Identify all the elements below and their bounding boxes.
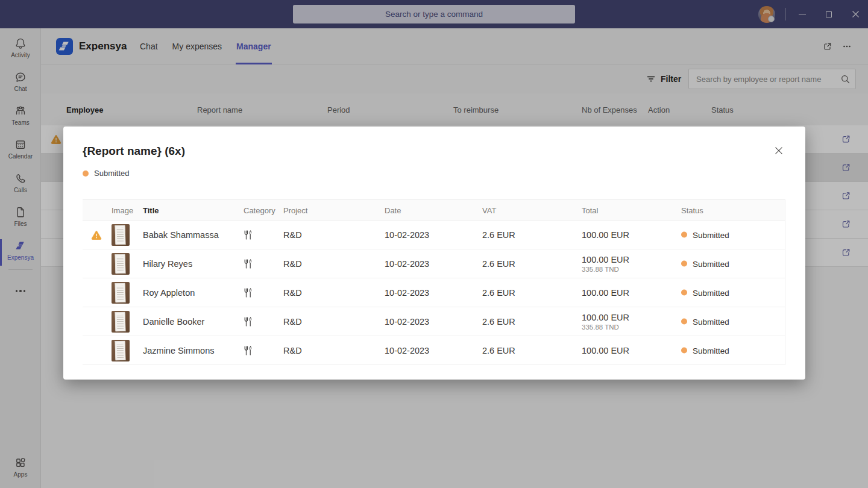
status-dot <box>681 290 687 296</box>
expense-project: R&D <box>283 317 302 327</box>
status-dot <box>681 348 687 354</box>
warning-icon <box>91 230 102 240</box>
expense-status: Submitted <box>681 230 729 239</box>
expense-date: 10-02-2023 <box>385 317 429 327</box>
expense-total-secondary: 335.88 TND <box>582 264 629 273</box>
expense-vat: 2.6 EUR <box>482 317 515 327</box>
receipt-thumbnail[interactable] <box>112 282 130 304</box>
modal-title: {Report name} (6x) <box>83 145 185 158</box>
expense-date: 10-02-2023 <box>385 230 429 240</box>
expense-vat: 2.6 EUR <box>482 259 515 269</box>
expense-table: Image Title Category Project Date VAT To… <box>83 199 785 365</box>
column-project: Project <box>283 205 307 214</box>
expense-row[interactable]: Babak Shammassa R&D 10-02-2023 2.6 EUR 1… <box>83 221 785 249</box>
teams-window: Activity Chat Teams Calendar Calls <box>0 0 868 488</box>
column-total: Total <box>582 205 598 214</box>
expense-project: R&D <box>283 230 302 240</box>
expense-vat: 2.6 EUR <box>482 346 515 355</box>
restaurant-icon <box>244 316 253 327</box>
expense-total: 100.00 EUR <box>582 345 629 355</box>
expense-row[interactable]: Danielle Booker R&D 10-02-2023 2.6 EUR 1… <box>83 307 785 336</box>
expense-total: 100.00 EUR <box>582 312 629 322</box>
expense-project: R&D <box>283 259 302 269</box>
status-dot <box>681 261 687 267</box>
modal-close-button[interactable] <box>770 142 788 160</box>
expense-total: 100.00 EUR <box>582 230 629 240</box>
column-vat: VAT <box>482 205 496 214</box>
expense-title: Roy Appleton <box>143 288 195 298</box>
column-category: Category <box>244 205 275 214</box>
status-dot <box>681 319 687 325</box>
expense-title: Hilary Reyes <box>143 259 192 269</box>
column-status: Status <box>681 205 703 214</box>
receipt-thumbnail[interactable] <box>112 340 130 361</box>
expense-row[interactable]: Hilary Reyes R&D 10-02-2023 2.6 EUR 100.… <box>83 249 785 278</box>
expense-title: Danielle Booker <box>143 317 204 327</box>
column-image: Image <box>112 205 133 214</box>
expense-status: Submitted <box>681 259 729 268</box>
column-title: Title <box>143 205 159 214</box>
close-icon <box>774 146 784 155</box>
expense-row[interactable]: Roy Appleton R&D 10-02-2023 2.6 EUR 100.… <box>83 278 785 307</box>
expense-date: 10-02-2023 <box>385 346 429 355</box>
expense-status: Submitted <box>681 317 729 326</box>
status-label: Submitted <box>94 169 130 178</box>
expense-title: Babak Shammassa <box>143 230 219 240</box>
restaurant-icon <box>244 230 253 240</box>
expense-table-header: Image Title Category Project Date VAT To… <box>83 199 785 221</box>
column-date: Date <box>385 205 401 214</box>
restaurant-icon <box>244 287 253 298</box>
expense-vat: 2.6 EUR <box>482 230 515 240</box>
expense-date: 10-02-2023 <box>385 259 429 269</box>
expense-vat: 2.6 EUR <box>482 288 515 298</box>
expense-row[interactable]: Jazmine Simmons R&D 10-02-2023 2.6 EUR 1… <box>83 336 785 365</box>
restaurant-icon <box>244 345 253 355</box>
modal-status: Submitted <box>83 169 130 178</box>
status-dot <box>83 170 89 177</box>
report-detail-modal: {Report name} (6x) Submitted Image Title… <box>63 127 805 380</box>
receipt-thumbnail[interactable] <box>112 253 130 275</box>
status-dot <box>681 232 687 238</box>
expense-date: 10-02-2023 <box>385 288 429 298</box>
expense-total: 100.00 EUR <box>582 287 629 298</box>
expense-status: Submitted <box>681 288 729 297</box>
receipt-thumbnail[interactable] <box>112 224 130 246</box>
expense-status: Submitted <box>681 346 729 355</box>
expense-project: R&D <box>283 288 302 298</box>
receipt-thumbnail[interactable] <box>112 311 130 333</box>
expense-project: R&D <box>283 346 302 355</box>
expense-total: 100.00 EUR <box>582 254 629 264</box>
expense-total-secondary: 335.88 TND <box>582 322 629 331</box>
restaurant-icon <box>244 258 253 269</box>
expense-title: Jazmine Simmons <box>143 346 214 355</box>
